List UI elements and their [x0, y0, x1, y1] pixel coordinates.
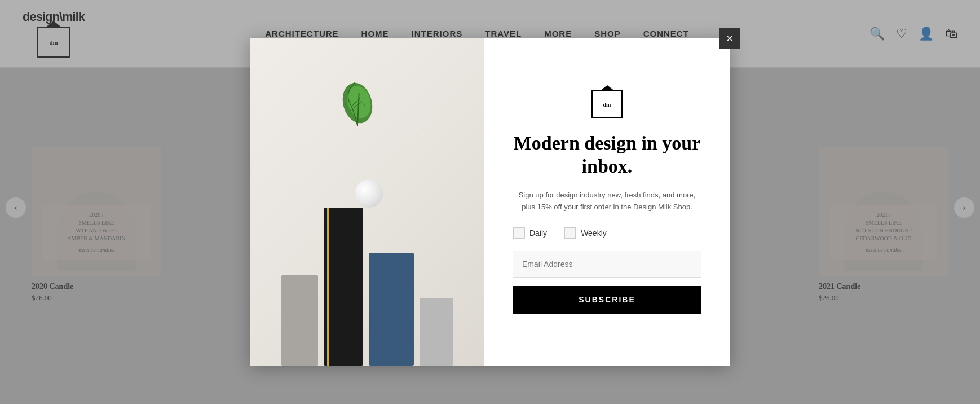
modal-image-panel	[250, 38, 484, 366]
radio-daily-label: Daily	[529, 229, 547, 238]
radio-daily-box[interactable]	[513, 227, 525, 239]
radio-daily[interactable]: Daily	[513, 227, 547, 239]
modal-close-button[interactable]: ×	[719, 28, 740, 49]
blue-cylinder	[369, 253, 414, 366]
modal-overlay: ×	[0, 0, 980, 404]
modal-right-panel: dm Modern design in your inbox. Sign up …	[484, 38, 730, 366]
radio-weekly-label: Weekly	[581, 229, 607, 238]
cylinders-decoration	[250, 38, 484, 366]
subscribe-button[interactable]: SUBSCRIBE	[513, 286, 701, 314]
radio-weekly-box[interactable]	[564, 227, 576, 239]
modal: ×	[250, 38, 730, 366]
gray-cylinder	[420, 298, 453, 366]
radio-weekly[interactable]: Weekly	[564, 227, 607, 239]
concrete-cylinder	[281, 275, 318, 366]
modal-title: Modern design in your inbox.	[513, 132, 701, 178]
modal-logo: dm	[591, 90, 623, 118]
email-input[interactable]	[513, 251, 701, 278]
modal-logo-label: dm	[603, 102, 611, 108]
frequency-radio-group: Daily Weekly	[513, 227, 701, 239]
modal-subtitle: Sign up for design industry new, fresh f…	[517, 190, 698, 213]
black-cylinder	[324, 208, 363, 366]
